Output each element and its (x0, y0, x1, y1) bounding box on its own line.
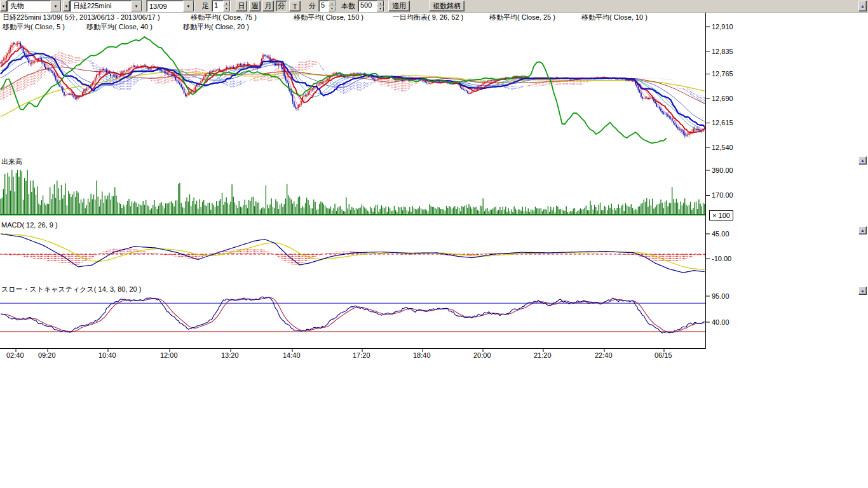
period-week-button[interactable]: 週 (249, 1, 261, 11)
bar-count-label: 本数 (341, 1, 355, 11)
trading-app-window: 12,91012,83512,76512,69012,61512,540390.… (0, 0, 868, 488)
macd-pane-scroll-icon[interactable]: ▲ (858, 226, 867, 234)
time-axis-label: 06/15 (654, 351, 672, 359)
volume-pane-label: 出来高 (1, 158, 22, 165)
macd-pane-label: MACD( 12, 26, 9 ) (1, 221, 58, 229)
indicator-label-ma20: 移動平均( Close, 20 ) (183, 23, 249, 30)
spin-down-icon[interactable]: ▼ (377, 6, 384, 12)
market-select[interactable]: 先物 ▼ (7, 0, 62, 12)
ma-40 (1, 58, 705, 121)
time-axis-label: 18:40 (413, 351, 431, 359)
stoch-pane-scroll-icon[interactable]: ▲ (858, 287, 867, 295)
spin-up-icon[interactable]: ▲ (329, 1, 336, 6)
stoch-d-line (1, 297, 705, 332)
scroll-up-icon[interactable]: ▲ (858, 1, 867, 11)
minute-value: 5 (319, 1, 329, 11)
time-axis-label: 12:00 (160, 351, 178, 359)
axis-tick-label: 170.00 (712, 191, 733, 199)
contract-select[interactable]: 13/09 ▼ (146, 0, 194, 12)
ichimoku-chikou (1, 37, 667, 143)
indicator-label-ma150: 移動平均( Close, 150 ) (294, 13, 363, 21)
time-axis-label: 14:40 (283, 351, 301, 359)
indicator-label-ma25: 移動平均( Close, 25 ) (489, 13, 555, 21)
toolbar: ▼ 先物 ▼ ▼ 日経225mini ▼ 13/09 ▼ 足 1 ▲▼ 日 週 … (0, 0, 868, 13)
candle-bodies-down (1, 43, 702, 136)
spin-down-icon[interactable]: ▼ (223, 6, 230, 12)
indicator-label-ichimoku: 一目均衡表( 9, 26, 52 ) (393, 13, 463, 21)
spin-up-icon[interactable]: ▲ (223, 1, 230, 6)
chevron-down-icon[interactable]: ▼ (63, 1, 70, 11)
market-select-value: 先物 (8, 1, 36, 11)
bar-count-stepper[interactable]: 500 ▲▼ (358, 0, 384, 12)
period-day-button[interactable]: 日 (236, 1, 247, 11)
axis-tick-label: 12,540 (712, 144, 733, 151)
indicator-label-ma75: 移動平均( Close, 75 ) (191, 13, 257, 21)
indicator-label-ma40: 移動平均( Close, 40 ) (86, 23, 153, 30)
time-axis-label: 13:20 (221, 351, 239, 359)
axis-tick-label: 40.00 (712, 318, 729, 326)
ma-20 (1, 51, 705, 131)
chevron-down-icon[interactable]: ▼ (50, 1, 61, 11)
indicator-label-ma5: 移動平均( Close, 5 ) (3, 23, 65, 30)
axis-tick-label: 12,910 (712, 23, 733, 30)
time-axis-label: 17:20 (353, 351, 370, 359)
ma-25 (1, 53, 705, 130)
chevron-down-icon[interactable]: ▼ (0, 1, 7, 11)
minute-stepper[interactable]: 5 ▲▼ (318, 0, 336, 12)
symbol-select[interactable]: 日経225mini ▼ (70, 0, 142, 12)
contract-select-value: 13/09 (147, 3, 179, 10)
bar-count-value: 500 (358, 1, 377, 11)
multi-symbol-button[interactable]: 複数銘柄 (429, 1, 465, 11)
axis-tick-label: 12,690 (712, 95, 733, 102)
interval-stepper[interactable]: 1 ▲▼ (212, 0, 231, 12)
apply-button[interactable]: 適用 (388, 1, 410, 11)
candle-wicks-down (1, 41, 702, 138)
volume-bars (1, 170, 705, 215)
time-axis-label: 10:40 (98, 351, 116, 359)
chart-title: 日経225mini 13/09( 5分, 2013/06/13 - 2013/0… (3, 13, 160, 21)
bar-type-label: 足 (202, 1, 209, 11)
chevron-down-icon[interactable]: ▼ (183, 1, 194, 11)
symbol-select-value: 日経225mini (71, 1, 123, 11)
macd-histogram (2, 248, 705, 266)
axis-tick-label: 12,765 (712, 70, 733, 78)
time-axis-label: 09:20 (38, 351, 56, 359)
period-minute-button[interactable]: 分 (276, 1, 287, 11)
axis-tick-label: 95.00 (712, 292, 729, 300)
candle-wicks-up (2, 41, 705, 137)
minute-label: 分 (309, 1, 316, 11)
ichimoku-kijun (1, 53, 705, 126)
volume-multiplier-label: × 100 (712, 212, 730, 219)
chart-canvas[interactable]: 12,91012,83512,76512,69012,61512,540390.… (0, 0, 868, 488)
ichimoku-tenkan (1, 46, 705, 133)
candle-bodies-up (2, 43, 705, 135)
axis-tick-label: 12,615 (712, 119, 733, 126)
chevron-down-icon[interactable]: ▼ (131, 1, 142, 11)
time-axis-label: 02:40 (6, 351, 24, 359)
period-month-button[interactable]: 月 (262, 1, 274, 11)
axis-tick-label: -10.00 (712, 255, 731, 262)
volume-pane-scroll-icon[interactable]: ▲ (858, 156, 867, 165)
ma-10 (1, 46, 705, 133)
time-axis-label: 20:00 (473, 351, 491, 359)
spin-up-icon[interactable]: ▲ (377, 1, 384, 6)
period-tick-button[interactable]: T (289, 1, 301, 11)
spin-down-icon[interactable]: ▼ (329, 6, 336, 12)
axis-tick-label: 45.00 (712, 230, 729, 238)
axis-tick-label: 390.00 (712, 166, 733, 174)
ma-5 (1, 44, 705, 135)
indicator-label-ma10: 移動平均( Close, 10 ) (581, 13, 648, 21)
stoch-pane-label: スロー・ストキャスティクス( 14, 3, 80, 20 ) (1, 285, 141, 293)
time-axis-label: 21:20 (534, 351, 552, 359)
axis-tick-label: 12,835 (712, 48, 733, 55)
time-axis-label: 22:40 (595, 351, 613, 359)
interval-value: 1 (212, 1, 223, 11)
